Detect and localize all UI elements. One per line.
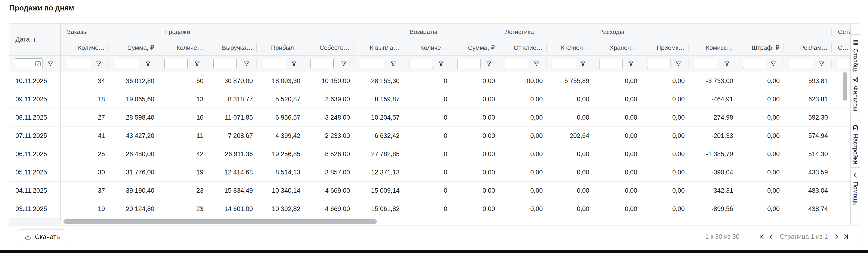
value-cell: 0,00 xyxy=(737,127,783,145)
download-icon xyxy=(24,233,32,241)
sales-by-day-table-card: Дата ↓ ЗаказыПродажиВозвратыЛогистикаРас… xyxy=(9,23,860,248)
filter-input[interactable] xyxy=(599,59,622,69)
column-header[interactable]: Приемк… xyxy=(641,40,688,55)
filter-input[interactable] xyxy=(115,59,138,69)
table-row[interactable]: 03.11.20251920 124,802314 601,0010 392,8… xyxy=(9,200,850,218)
column-header[interactable]: Прибыл… xyxy=(256,40,304,55)
column-header[interactable]: Реклам… xyxy=(783,40,831,55)
value-cell: 34 xyxy=(61,72,108,90)
filter-funnel-icon[interactable] xyxy=(580,61,586,67)
filter-input[interactable] xyxy=(164,59,188,69)
filter-funnel-icon[interactable] xyxy=(95,61,102,67)
date-column-header[interactable]: Дата ↓ xyxy=(9,24,61,55)
column-header[interactable]: Штраф, ₽ xyxy=(737,40,783,55)
value-cell: 7 208,67 xyxy=(207,127,256,145)
column-header[interactable]: Количе… xyxy=(403,40,451,55)
column-header[interactable]: От клие… xyxy=(499,40,546,55)
column-header[interactable]: К клиен… xyxy=(546,40,593,55)
value-cell: 0 xyxy=(403,200,451,218)
filter-input[interactable] xyxy=(789,59,813,69)
filter-funnel-icon[interactable] xyxy=(243,61,250,67)
column-header[interactable]: Выручка… xyxy=(207,40,256,55)
filter-input[interactable] xyxy=(213,59,237,69)
value-cell: 26 911,36 xyxy=(207,145,256,163)
tool-tab-columns[interactable]: Столбцы xyxy=(851,35,860,72)
filter-funnel-icon[interactable] xyxy=(628,61,634,67)
calendar-icon[interactable] xyxy=(34,60,41,67)
table-row[interactable]: 07.11.20254143 427,20117 208,674 399,422… xyxy=(9,127,850,145)
next-page-button[interactable] xyxy=(832,232,841,242)
filter-input[interactable] xyxy=(695,59,718,69)
column-header[interactable]: Комисс… xyxy=(688,40,737,55)
value-cell: 0,00 xyxy=(451,182,499,199)
vertical-scrollbar-thumb[interactable] xyxy=(843,72,847,101)
column-header[interactable]: К выпла… xyxy=(353,40,403,55)
filter-input[interactable] xyxy=(553,59,576,69)
filter-funnel-icon[interactable] xyxy=(47,61,54,67)
value-cell: 15 061,82 xyxy=(353,200,403,218)
sort-desc-icon[interactable]: ↓ xyxy=(33,36,36,43)
filter-input[interactable] xyxy=(360,59,383,69)
filter-input[interactable] xyxy=(505,59,528,69)
value-cell xyxy=(831,200,850,218)
value-cell: 0,00 xyxy=(546,182,593,199)
filter-funnel-icon[interactable] xyxy=(340,61,347,67)
table-row[interactable]: 09.11.20251819 065,60138 318,775 520,872… xyxy=(9,90,850,108)
value-cell: 0,00 xyxy=(593,145,641,163)
horizontal-scrollbar[interactable] xyxy=(9,218,850,225)
column-header[interactable]: Себесто… xyxy=(304,40,353,55)
filter-input[interactable] xyxy=(647,59,671,69)
filter-funnel-icon[interactable] xyxy=(438,61,444,67)
tool-tab-filters[interactable]: Фильтры xyxy=(851,72,860,120)
value-cell: 0,00 xyxy=(451,163,499,181)
value-cell xyxy=(831,90,850,108)
last-page-button[interactable] xyxy=(841,232,851,242)
filter-funnel-icon[interactable] xyxy=(291,61,297,67)
filter-funnel-icon[interactable] xyxy=(818,61,825,67)
date-cell: 03.11.2025 xyxy=(9,200,61,218)
tool-tab-help[interactable]: Помощь xyxy=(851,167,860,209)
value-cell: 0,00 xyxy=(499,127,546,145)
filter-funnel-icon[interactable] xyxy=(145,61,151,67)
value-cell: 0,00 xyxy=(593,182,641,199)
table-row[interactable]: 10.11.20253436 012,805030 870,0018 003,3… xyxy=(9,72,850,90)
filter-input[interactable] xyxy=(310,59,334,69)
column-header[interactable]: Количе… xyxy=(158,40,207,55)
column-header[interactable]: Хранен… xyxy=(593,40,641,55)
filter-input[interactable] xyxy=(67,59,90,69)
column-header[interactable]: Сумма, ₽ xyxy=(108,40,158,55)
column-header[interactable]: Сумма, ₽ xyxy=(451,40,499,55)
table-row[interactable]: 04.11.20253739 190,402315 834,4910 340,1… xyxy=(9,182,850,200)
filter-funnel-icon[interactable] xyxy=(724,61,730,67)
filter-funnel-icon[interactable] xyxy=(533,61,540,67)
pagination: 1 к 30 из 30 Страница 1 из 1 xyxy=(705,232,851,242)
column-header[interactable]: С… xyxy=(831,40,850,55)
prev-page-button[interactable] xyxy=(767,232,776,242)
column-header-label: Прибыл… xyxy=(271,44,300,52)
group-header-5: Оста xyxy=(831,24,850,40)
filter-funnel-icon[interactable] xyxy=(390,61,397,67)
group-header-4: Расходы xyxy=(593,24,831,40)
filter-funnel-icon[interactable] xyxy=(194,61,200,67)
filter-funnel-icon[interactable] xyxy=(675,61,682,67)
filter-input[interactable] xyxy=(263,59,286,69)
download-button[interactable]: Скачать xyxy=(18,229,66,244)
column-header[interactable]: Количе… xyxy=(61,40,108,55)
filter-funnel-icon[interactable] xyxy=(770,61,777,67)
filter-input[interactable] xyxy=(409,59,433,69)
filter-input[interactable] xyxy=(838,59,850,69)
filter-funnel-icon[interactable] xyxy=(486,61,492,67)
tool-tab-settings[interactable]: Настройки xyxy=(851,120,860,167)
first-page-button[interactable] xyxy=(757,232,767,242)
value-cell: 23 xyxy=(158,200,207,218)
table-row[interactable]: 08.11.20252728 598,401611 071,856 956,57… xyxy=(9,108,850,127)
filter-input[interactable] xyxy=(457,59,480,69)
table-row[interactable]: 06.11.20252526 480,004226 911,3619 256,8… xyxy=(9,145,850,163)
column-header-label: Штраф, ₽ xyxy=(752,44,779,52)
group-header-0: Заказы xyxy=(61,24,158,40)
tool-tab-label: Помощь xyxy=(852,182,860,205)
filter-input[interactable] xyxy=(743,59,766,69)
horizontal-scrollbar-thumb[interactable] xyxy=(63,219,377,224)
table-row[interactable]: 05.11.20253031 776,001912 414,688 514,13… xyxy=(9,163,850,182)
value-cell: 342,31 xyxy=(688,182,737,199)
